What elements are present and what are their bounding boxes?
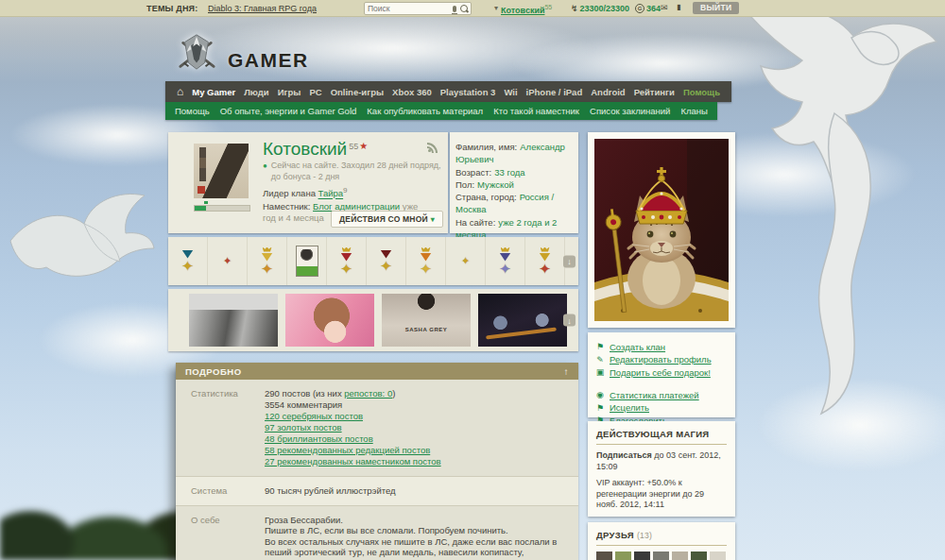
nav-item-games[interactable]: Игры	[278, 87, 301, 97]
steward-blog-link[interactable]: Блог администрации	[313, 201, 400, 212]
collapse-button[interactable]: ↑	[564, 366, 570, 377]
create-clan-link[interactable]: Создать клан	[610, 342, 665, 352]
nav-item-wii[interactable]: Wii	[504, 87, 517, 97]
active-magic-card: ДЕЙСТВУЮЩАЯ МАГИЯ Подписаться до 03 сент…	[588, 421, 735, 517]
clan-link[interactable]: Тайра	[318, 189, 344, 199]
steward-recommended-posts-link[interactable]: 27 рекомендованных наместником постов	[265, 456, 441, 467]
bookmark-icon[interactable]: ▮	[677, 3, 680, 11]
medal-order-maroon-icon[interactable]: ✦	[367, 237, 406, 285]
medal-star-red-icon[interactable]: ✦	[208, 237, 248, 285]
photo-game-dark[interactable]	[478, 294, 567, 347]
energy-icon: ↯	[571, 4, 578, 13]
avatar-decoration	[199, 147, 206, 181]
divider	[596, 444, 727, 445]
friend-avatar[interactable]	[672, 552, 688, 560]
gamer-logo-text[interactable]: GAMER	[228, 50, 309, 72]
actions-with-me-button[interactable]: ДЕЙСТВИЯ СО МНОЙ▾	[331, 211, 443, 228]
subnav-item-spells[interactable]: Список заклинаний	[590, 106, 670, 116]
reposts-link[interactable]: репостов: 0	[344, 388, 392, 399]
gift-yourself-link[interactable]: Подарить себе подарок!	[610, 367, 711, 378]
about-label: О себе	[176, 506, 265, 560]
logout-button[interactable]: ВЫЙТИ	[693, 2, 739, 14]
topbar-username-link[interactable]: Котовский	[501, 6, 544, 15]
search-icon[interactable]	[460, 5, 468, 12]
energy-counter: ↯23300/23300	[571, 4, 629, 13]
stats-icon: ◉	[595, 390, 605, 399]
medal-order-orange-crown-icon[interactable]: ✦	[406, 237, 446, 285]
friend-avatar[interactable]	[691, 552, 707, 560]
friends-card: ДРУЗЬЯ(13)	[588, 522, 735, 560]
nav-item-my-gamer[interactable]: My Gamer	[192, 87, 235, 97]
clan-level: 9	[343, 186, 347, 195]
friend-avatar[interactable]	[615, 552, 631, 560]
search-input[interactable]	[365, 4, 453, 13]
photo-girl-pink[interactable]	[285, 294, 374, 347]
friend-avatar[interactable]	[596, 552, 612, 560]
nav-item-people[interactable]: Люди	[244, 87, 269, 97]
divider	[596, 545, 727, 546]
subnav-item-steward[interactable]: Кто такой наместник	[493, 106, 579, 116]
king-cat-portrait[interactable]	[594, 139, 729, 321]
gold-coin-icon: G	[635, 4, 644, 13]
photo-tshirt[interactable]: SASHA GREY	[382, 294, 471, 347]
editor-recommended-posts-link[interactable]: 58 рекомендованных редакцией постов	[265, 445, 430, 455]
medal-gold-small-icon[interactable]: ✦	[446, 237, 486, 285]
nav-item-online-games[interactable]: Online-игры	[331, 87, 384, 97]
nav-item-android[interactable]: Android	[591, 87, 625, 97]
subscription-label: Подписаться	[596, 450, 652, 460]
pencil-icon: ✎	[595, 355, 605, 365]
nav-item-help[interactable]: Помощь	[683, 87, 720, 97]
friends-count: (13)	[637, 531, 652, 540]
profile-level: 55	[349, 142, 358, 151]
microphone-icon[interactable]	[453, 6, 456, 12]
nav-item-xbox360[interactable]: Xbox 360	[392, 87, 432, 97]
medal-order-purple-crown-icon[interactable]: ✦	[486, 237, 525, 285]
subnav-item-experience[interactable]: Об опыте, энергии и Gamer Gold	[220, 106, 357, 116]
medal-order-teal-gold-icon[interactable]: ✦	[168, 237, 208, 285]
avatar-decoration	[198, 186, 205, 194]
gold-counter: G364	[635, 4, 661, 13]
friend-avatar[interactable]	[653, 552, 669, 560]
online-dot-icon: ●	[263, 161, 267, 182]
personal-info-card: Фамилия, имя:Александр Юрьевич Возраст:3…	[450, 132, 578, 233]
nav-item-ratings[interactable]: Рейтинги	[634, 87, 675, 97]
subnav-item-clans[interactable]: Кланы	[680, 106, 707, 116]
profile-card: Котовский55★ ● Сейчас на сайте. Заходил …	[168, 132, 448, 233]
friend-avatar[interactable]	[634, 552, 650, 560]
subnav-item-publish[interactable]: Как опубликовать материал	[367, 106, 483, 116]
rss-icon[interactable]	[427, 142, 438, 153]
gold-posts-link[interactable]: 97 золотых постов	[265, 422, 342, 433]
nav-item-iphone-ipad[interactable]: iPhone / iPad	[526, 87, 583, 97]
friend-avatar[interactable]	[710, 552, 726, 560]
profile-actions-card: ⚑Создать клан ✎Редактировать профиль ▣По…	[588, 332, 735, 417]
home-icon[interactable]: ⌂	[177, 86, 183, 97]
medal-order-red-gold-icon[interactable]: ✦	[327, 237, 367, 285]
topbar: ТЕМЫ ДНЯ: Diablo 3: Главная RPG года ▾ К…	[0, 0, 945, 17]
info-row: Страна, город:Россия / Москва	[455, 191, 573, 216]
statistics-label: Статистика	[176, 380, 265, 476]
payment-stats-link[interactable]: Статистика платежей	[610, 390, 699, 400]
gamer-logo-icon[interactable]	[173, 32, 220, 72]
medal-order-gold-crown-icon[interactable]: ✦	[248, 237, 287, 285]
user-menu[interactable]: ▾ Котовский55	[494, 4, 552, 15]
steward-prefix: Наместник:	[263, 201, 310, 212]
medal-order-gold-red-icon[interactable]: ✦	[525, 237, 565, 285]
photo-fishing-bw[interactable]	[189, 294, 278, 347]
subnav-item-help[interactable]: Помощь	[175, 106, 210, 116]
topbar-user-level: 55	[544, 4, 552, 10]
details-header: ПОДРОБНО ↑	[176, 363, 578, 380]
system-row: Система 90 тысяч рублей иллюстрэйтед	[176, 476, 578, 506]
topic-link[interactable]: Diablo 3: Главная RPG года	[208, 4, 317, 13]
medals-expand-button[interactable]: ↓	[563, 255, 576, 267]
edit-profile-link[interactable]: Редактировать профиль	[610, 354, 712, 365]
messages-icon[interactable]: ✉	[661, 3, 668, 12]
medal-badge-stormtrooper-icon[interactable]	[287, 237, 327, 285]
silver-posts-link[interactable]: 120 серебряных постов	[265, 411, 363, 421]
nav-item-pc[interactable]: PC	[309, 87, 321, 97]
photos-expand-button[interactable]: ↓	[563, 314, 576, 327]
heal-link[interactable]: Исцелить	[610, 402, 649, 413]
nav-item-playstation3[interactable]: Playstation 3	[440, 87, 496, 97]
diamond-posts-link[interactable]: 48 бриллиантовых постов	[265, 433, 373, 444]
info-row: Возраст:33 года	[455, 166, 573, 178]
avatar[interactable]	[194, 144, 249, 198]
